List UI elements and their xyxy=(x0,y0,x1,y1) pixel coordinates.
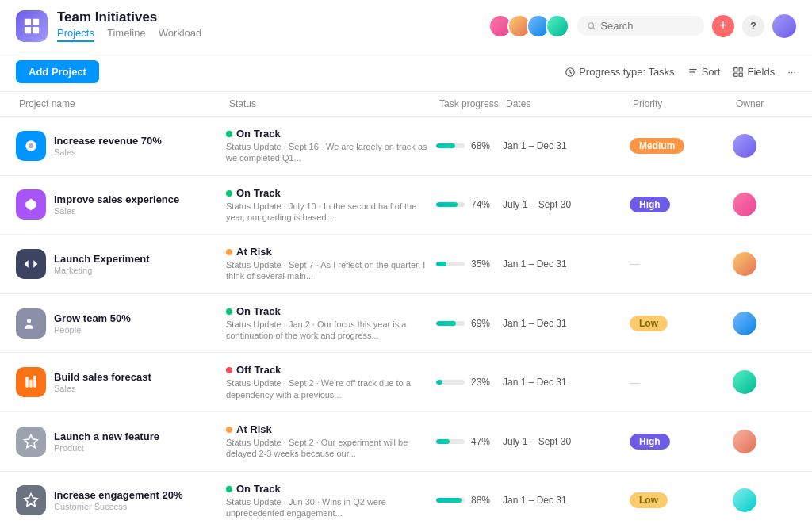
project-category: Product xyxy=(54,443,159,453)
project-name-cell: Improve sales experience Sales xyxy=(16,189,226,220)
owner-cell xyxy=(733,488,796,512)
project-name: Increase engagement 20% xyxy=(54,489,183,501)
project-icon xyxy=(16,308,46,339)
status-dot xyxy=(226,486,232,492)
progress-percent: 74% xyxy=(471,199,495,210)
table-header: Project name Status Task progress Dates … xyxy=(0,92,812,117)
project-icon xyxy=(16,131,46,161)
table-row[interactable]: Grow team 50% People On Track Status Upd… xyxy=(0,294,812,354)
progress-percent: 23% xyxy=(471,377,495,388)
svg-rect-17 xyxy=(25,377,28,388)
priority-cell: Low xyxy=(630,492,733,508)
col-dates: Dates xyxy=(503,98,630,109)
more-options-button[interactable]: ··· xyxy=(787,66,796,78)
owner-avatar xyxy=(733,193,756,216)
project-name: Grow team 50% xyxy=(54,312,131,324)
header-right: + ? xyxy=(488,14,796,38)
status-update: Status Update · Jun 30 · Wins in Q2 were… xyxy=(226,496,436,519)
project-table: Increase revenue 70% Sales On Track Stat… xyxy=(0,117,812,528)
tab-projects[interactable]: Projects xyxy=(57,27,94,42)
svg-rect-0 xyxy=(25,18,31,25)
status-cell: On Track Status Update · July 10 · In th… xyxy=(226,187,436,224)
priority-cell: High xyxy=(630,434,733,450)
progress-percent: 69% xyxy=(471,318,495,329)
dates-cell: Jan 1 – Dec 31 xyxy=(503,140,630,151)
header: Team Initiatives Projects Timeline Workl… xyxy=(0,0,812,52)
toolbar-right: Progress type: Tasks Sort Fields ··· xyxy=(565,66,796,78)
progress-cell: 88% xyxy=(436,495,503,506)
status-label: At Risk xyxy=(226,246,436,258)
project-name-cell: Launch a new feature Product xyxy=(16,427,226,457)
table-row[interactable]: Increase revenue 70% Sales On Track Stat… xyxy=(0,117,812,176)
table-row[interactable]: Launch a new feature Product At Risk Sta… xyxy=(0,412,812,472)
status-update: Status Update · Sept 2 · Our experiment … xyxy=(226,437,436,460)
search-box[interactable] xyxy=(577,16,704,36)
priority-badge: High xyxy=(630,197,670,212)
progress-bar-fill xyxy=(436,202,458,207)
priority-cell: High xyxy=(630,197,733,212)
progress-bar-bg xyxy=(436,439,465,444)
dates-cell: Jan 1 – Dec 31 xyxy=(503,318,630,329)
user-avatar[interactable] xyxy=(772,14,796,38)
add-project-button[interactable]: Add Project xyxy=(16,60,99,83)
svg-rect-18 xyxy=(29,380,32,388)
progress-bar-fill xyxy=(436,498,462,503)
status-label: At Risk xyxy=(226,423,436,435)
help-button[interactable]: ? xyxy=(742,15,764,37)
status-update: Status Update · July 10 · In the second … xyxy=(226,201,436,224)
team-avatars xyxy=(488,14,569,38)
fields-button[interactable]: Fields xyxy=(733,66,775,78)
svg-rect-11 xyxy=(740,67,743,71)
project-name-cell: Grow team 50% People xyxy=(16,308,226,339)
status-update: Status Update · Sept 7 · As I reflect on… xyxy=(226,259,436,282)
progress-cell: 74% xyxy=(436,199,503,210)
svg-rect-1 xyxy=(33,18,39,25)
search-input[interactable] xyxy=(600,20,695,32)
status-cell: On Track Status Update · Jan 2 · Our foc… xyxy=(226,305,436,342)
project-icon xyxy=(16,189,46,220)
progress-bar-fill xyxy=(436,262,446,266)
status-label: On Track xyxy=(226,305,436,317)
progress-type-label: Progress type: Tasks xyxy=(579,66,674,78)
progress-percent: 88% xyxy=(471,495,495,506)
project-icon xyxy=(16,485,46,515)
project-name: Increase revenue 70% xyxy=(54,135,162,147)
progress-percent: 68% xyxy=(471,140,495,151)
svg-rect-3 xyxy=(33,26,39,33)
dates-cell: July 1 – Sept 30 xyxy=(503,199,630,210)
table-row[interactable]: Launch Experiment Marketing At Risk Stat… xyxy=(0,235,812,294)
dates-cell: Jan 1 – Dec 31 xyxy=(503,258,630,270)
sort-button[interactable]: Sort xyxy=(688,66,721,78)
progress-bar-bg xyxy=(436,143,465,148)
owner-cell xyxy=(733,370,796,394)
status-label: On Track xyxy=(226,128,436,140)
tab-workload[interactable]: Workload xyxy=(159,27,202,42)
project-name-cell: Increase engagement 20% Customer Success xyxy=(16,485,226,515)
priority-cell: — xyxy=(630,258,733,270)
table-row[interactable]: Improve sales experience Sales On Track … xyxy=(0,176,812,235)
owner-cell xyxy=(733,134,796,158)
progress-bar-bg xyxy=(436,262,465,266)
project-category: Customer Success xyxy=(54,502,183,511)
svg-point-15 xyxy=(29,143,34,148)
add-button[interactable]: + xyxy=(712,15,734,37)
progress-cell: 35% xyxy=(436,258,503,270)
table-row[interactable]: Increase engagement 20% Customer Success… xyxy=(0,472,812,528)
tab-timeline[interactable]: Timeline xyxy=(107,27,146,42)
owner-cell xyxy=(733,252,796,276)
status-dot xyxy=(226,249,232,255)
progress-cell: 23% xyxy=(436,377,503,388)
app-title: Team Initiatives xyxy=(57,10,201,25)
svg-rect-2 xyxy=(25,26,31,33)
svg-marker-21 xyxy=(25,494,38,507)
status-label: On Track xyxy=(226,483,436,495)
svg-rect-19 xyxy=(33,376,36,388)
status-cell: Off Track Status Update · Sept 2 · We're… xyxy=(226,364,436,400)
dates-cell: Jan 1 – Dec 31 xyxy=(503,495,630,506)
status-cell: On Track Status Update · Sept 16 · We ar… xyxy=(226,128,436,164)
priority-badge: — xyxy=(630,258,640,270)
progress-type-selector[interactable]: Progress type: Tasks xyxy=(565,66,674,78)
table-row[interactable]: Build sales forecast Sales Off Track Sta… xyxy=(0,353,812,412)
progress-bar-bg xyxy=(436,202,465,207)
svg-rect-13 xyxy=(740,73,743,76)
